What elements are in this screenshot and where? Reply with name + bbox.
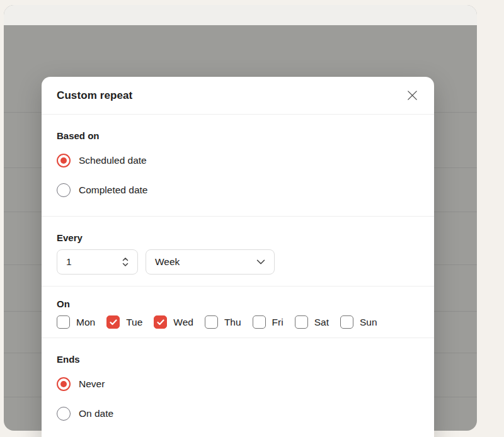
day-label: Tue [126, 317, 142, 328]
section-every: Every Week [42, 217, 434, 287]
weekday-checkboxes: Mon Tue Wed [57, 315, 419, 329]
day-label: Wed [173, 317, 193, 328]
chevron-down-icon [256, 259, 265, 264]
section-label-every: Every [57, 232, 419, 243]
interval-input[interactable] [59, 256, 103, 268]
radio-option-completed-date[interactable]: Completed date [57, 175, 419, 205]
checkmark-icon [110, 319, 117, 326]
radio-icon[interactable] [57, 377, 71, 391]
day-label: Sat [314, 317, 329, 328]
day-checkbox-mon[interactable]: Mon [57, 315, 95, 329]
checkbox-icon[interactable] [340, 315, 353, 329]
checkmark-icon [157, 319, 164, 326]
radio-label: Never [79, 378, 105, 390]
section-on: On Mon Tue We [42, 287, 434, 338]
checkbox-icon[interactable] [295, 315, 308, 329]
day-checkbox-sat[interactable]: Sat [295, 315, 329, 329]
section-label-based-on: Based on [57, 130, 419, 141]
section-based-on: Based on Scheduled date Completed date [42, 115, 434, 217]
radio-dot [60, 157, 67, 164]
stepper-up-down-icon[interactable] [122, 256, 129, 268]
dialog-header: Custom repeat [42, 77, 434, 115]
close-icon [406, 89, 418, 101]
radio-label: Completed date [79, 184, 147, 196]
radio-icon[interactable] [57, 154, 71, 167]
radio-option-on-date[interactable]: On date [57, 399, 419, 428]
checkbox-icon[interactable] [106, 315, 120, 329]
day-checkbox-tue[interactable]: Tue [106, 315, 142, 329]
unit-select[interactable]: Week [146, 249, 275, 275]
checkbox-icon[interactable] [154, 315, 167, 329]
checkbox-icon[interactable] [253, 315, 266, 329]
day-checkbox-thu[interactable]: Thu [205, 315, 241, 329]
section-label-ends: Ends [57, 354, 419, 365]
day-label: Thu [224, 317, 241, 328]
checkbox-icon[interactable] [57, 315, 70, 329]
every-controls: Week [57, 249, 419, 275]
radio-dot [60, 381, 67, 387]
section-ends: Ends Never On date [42, 338, 434, 437]
dialog-title: Custom repeat [57, 89, 132, 102]
checkbox-icon[interactable] [205, 315, 218, 329]
ends-options: Never On date [57, 369, 419, 428]
day-label: Mon [76, 317, 95, 328]
radio-icon[interactable] [57, 183, 71, 197]
radio-label: Scheduled date [79, 155, 147, 166]
radio-option-scheduled-date[interactable]: Scheduled date [57, 145, 419, 175]
close-button[interactable] [404, 88, 420, 104]
day-checkbox-wed[interactable]: Wed [154, 315, 193, 329]
screen: Custom repeat Based on Scheduled date Co [0, 0, 504, 437]
interval-stepper[interactable] [57, 249, 138, 275]
app-toolbar [4, 5, 477, 25]
based-on-options: Scheduled date Completed date [57, 145, 419, 205]
day-checkbox-fri[interactable]: Fri [253, 315, 284, 329]
day-label: Sun [360, 317, 377, 328]
radio-label: On date [79, 408, 113, 419]
radio-icon[interactable] [57, 407, 71, 421]
custom-repeat-dialog: Custom repeat Based on Scheduled date Co [42, 77, 434, 437]
day-label: Fri [272, 317, 284, 328]
unit-select-value: Week [155, 256, 180, 268]
day-checkbox-sun[interactable]: Sun [340, 315, 377, 329]
radio-option-never[interactable]: Never [57, 369, 419, 399]
section-label-on: On [57, 298, 419, 309]
